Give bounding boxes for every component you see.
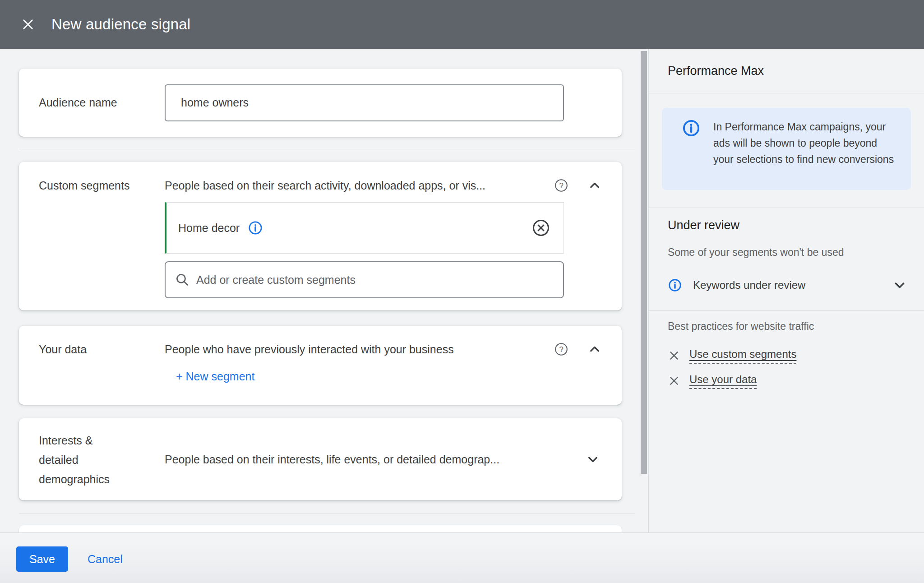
dialog-title: New audience signal (51, 16, 190, 33)
best-practice-item: Use custom segments (668, 346, 796, 366)
section-divider (19, 514, 635, 514)
search-icon (175, 272, 190, 287)
selected-segment-row: Home decor (165, 202, 564, 254)
segment-search-box (165, 261, 564, 298)
best-practice-item: Use your data (668, 371, 757, 391)
info-panel-text: In Performance Max campaigns, your ads w… (713, 119, 900, 190)
keywords-under-review-label: Keywords under review (693, 279, 805, 292)
x-mark-icon (668, 349, 680, 362)
keywords-under-review-row: Keywords under review (668, 275, 909, 295)
x-mark-icon (668, 375, 680, 387)
vertical-scrollbar[interactable] (641, 51, 647, 474)
dialog-header: New audience signal (0, 0, 924, 49)
custom-segments-description: People based on their search activity, d… (165, 179, 550, 192)
cancel-button[interactable]: Cancel (82, 546, 128, 572)
performance-max-info-panel: In Performance Max campaigns, your ads w… (662, 108, 911, 190)
info-icon (682, 119, 701, 190)
under-review-subtitle: Some of your segments won't be used (668, 246, 844, 259)
remove-segment-button[interactable] (531, 218, 551, 238)
your-data-header: Your data People who have previously int… (39, 338, 604, 360)
performance-max-sidebar: Performance Max In Performance Max campa… (649, 49, 924, 532)
svg-text:?: ? (559, 181, 564, 190)
audience-name-card: Audience name (19, 69, 622, 137)
audience-name-label: Audience name (39, 96, 165, 109)
sidebar-divider (649, 93, 924, 93)
use-your-data-link[interactable]: Use your data (689, 373, 757, 389)
collapse-your-data-button[interactable] (586, 340, 604, 358)
help-icon: ? (554, 178, 568, 193)
chevron-up-icon (587, 177, 603, 194)
svg-text:?: ? (559, 345, 564, 354)
close-icon (20, 17, 36, 32)
new-audience-signal-dialog: New audience signal Audience name Custom… (0, 0, 924, 583)
help-icon: ? (554, 342, 568, 356)
close-button[interactable] (18, 14, 38, 34)
segment-name: Home decor (178, 222, 240, 235)
your-data-label: Your data (39, 343, 165, 356)
dialog-footer: Save Cancel (0, 532, 924, 583)
expand-keywords-review-button[interactable] (891, 276, 909, 294)
help-button[interactable]: ? (553, 341, 569, 357)
remove-circle-icon (531, 218, 550, 237)
section-divider (19, 149, 635, 149)
help-button[interactable]: ? (553, 177, 569, 194)
chevron-down-icon (585, 451, 601, 467)
your-data-card: Your data People who have previously int… (19, 326, 622, 405)
best-practices-title: Best practices for website traffic (668, 320, 814, 333)
chevron-up-icon (587, 341, 603, 357)
use-custom-segments-link[interactable]: Use custom segments (689, 348, 796, 364)
collapse-custom-segments-button[interactable] (586, 176, 604, 194)
interests-label: Interests & detailed demographics (39, 431, 110, 489)
segment-info-button[interactable] (248, 220, 263, 236)
sidebar-divider (649, 208, 924, 208)
custom-segments-card: Custom segments People based on their se… (19, 162, 622, 310)
custom-segments-header: Custom segments People based on their se… (39, 175, 604, 196)
segment-search-input[interactable] (196, 273, 554, 287)
under-review-title: Under review (668, 218, 739, 232)
new-segment-button[interactable]: + New segment (176, 370, 254, 383)
audience-name-input[interactable] (165, 84, 564, 121)
info-icon (248, 220, 263, 236)
sidebar-divider (649, 310, 924, 311)
your-data-description: People who have previously interacted wi… (165, 343, 550, 356)
interests-demographics-card: Interests & detailed demographics People… (19, 418, 622, 500)
expand-interests-button[interactable] (584, 450, 602, 468)
interests-description: People based on their interests, life ev… (165, 418, 562, 500)
custom-segments-label: Custom segments (39, 179, 165, 192)
info-icon (668, 278, 682, 292)
chevron-down-icon (891, 277, 908, 294)
sidebar-title: Performance Max (668, 49, 764, 93)
save-button[interactable]: Save (16, 546, 68, 572)
